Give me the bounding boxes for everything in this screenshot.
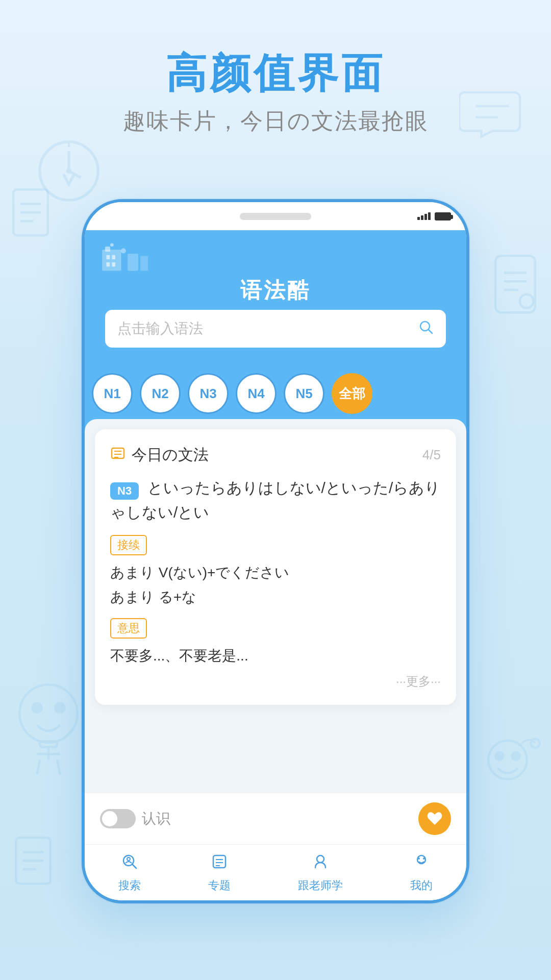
app-screen: 语法酷 点击输入语法 N1 N2 N3 N4 N5 全部: [85, 230, 466, 900]
card-icon: [110, 446, 126, 464]
level-tab-all[interactable]: 全部: [332, 373, 372, 414]
grammar-level-tag: N3: [110, 482, 139, 500]
main-title: 高颜值界面: [0, 51, 551, 96]
svg-point-16: [19, 684, 77, 742]
yisi-label: 意思: [110, 618, 147, 639]
search-nav-icon: [120, 852, 139, 875]
card-header: 今日の文法 4/5: [110, 445, 441, 465]
svg-point-57: [418, 857, 420, 860]
content-area: 今日の文法 4/5 N3 といったらありはしない/といった/らありゃしない/とい…: [85, 419, 466, 900]
header-illustration: [100, 240, 451, 271]
search-icon: [418, 320, 434, 338]
svg-line-43: [429, 330, 432, 333]
svg-point-24: [488, 741, 527, 779]
svg-point-18: [56, 703, 65, 713]
svg-line-49: [132, 864, 136, 868]
svg-point-58: [423, 857, 425, 860]
svg-rect-5: [13, 189, 48, 235]
yisi-content: 不要多...、不要老是...: [110, 644, 441, 668]
svg-rect-19: [40, 741, 57, 747]
battery-icon: [435, 212, 451, 220]
mine-nav-icon: [412, 852, 431, 875]
phone-mockup: 语法酷 点击输入语法 N1 N2 N3 N4 N5 全部: [82, 199, 469, 903]
recognize-button[interactable]: 认识: [100, 809, 170, 828]
svg-rect-32: [102, 250, 121, 271]
nav-label-search: 搜索: [118, 878, 141, 893]
svg-rect-33: [105, 247, 110, 252]
svg-rect-40: [140, 256, 148, 271]
like-button[interactable]: [418, 802, 451, 835]
level-tab-n1[interactable]: N1: [92, 373, 133, 414]
more-link[interactable]: ···更多···: [110, 673, 441, 690]
grammar-title: といったらありはしない/といった/らありゃしない/とい: [110, 479, 440, 521]
card-title-wrap: 今日の文法: [110, 445, 209, 465]
svg-point-17: [32, 703, 41, 713]
svg-rect-28: [16, 838, 51, 884]
jixu-label: 接续: [110, 535, 147, 555]
svg-point-38: [121, 248, 126, 253]
level-tab-n2[interactable]: N2: [140, 373, 181, 414]
svg-point-50: [127, 857, 130, 861]
svg-point-41: [110, 243, 114, 247]
svg-rect-39: [128, 254, 138, 271]
level-tab-n3[interactable]: N3: [188, 373, 229, 414]
teacher-nav-icon: [311, 852, 330, 875]
jixu-section: 接续 あまり V(ない)+でくださいあまり る+な: [110, 535, 441, 609]
sub-title: 趣味卡片，今日の文法最抢眼: [0, 106, 551, 136]
toggle-switch[interactable]: [100, 809, 136, 828]
svg-line-22: [37, 760, 40, 774]
svg-rect-36: [107, 262, 110, 266]
yisi-section: 意思 不要多...、不要老是...: [110, 618, 441, 668]
phone-top-bar: [85, 202, 466, 230]
svg-rect-34: [107, 255, 110, 259]
jixu-content: あまり V(ない)+でくださいあまり る+な: [110, 560, 441, 609]
signal-icon: [417, 212, 431, 220]
nav-label-mine: 我的: [410, 878, 433, 893]
recognize-text: 认识: [142, 809, 170, 828]
bottom-nav: 搜索 专题: [85, 844, 466, 900]
nav-label-topic: 专题: [208, 878, 231, 893]
nav-item-mine[interactable]: 我的: [410, 852, 433, 893]
search-bar[interactable]: 点击输入语法: [105, 310, 446, 348]
app-title: 语法酷: [100, 276, 451, 305]
level-tabs: N1 N2 N3 N4 N5 全部: [85, 363, 466, 419]
svg-line-3: [69, 171, 81, 178]
svg-rect-11: [495, 256, 535, 312]
grammar-item: N3 といったらありはしない/といった/らありゃしない/とい: [110, 476, 441, 525]
bottom-action: 认识: [85, 793, 466, 844]
svg-point-55: [317, 855, 324, 863]
header-area: 高颜值界面 趣味卡片，今日の文法最抢眼: [0, 51, 551, 136]
grammar-card: 今日の文法 4/5 N3 といったらありはしない/といった/らありゃしない/とい…: [95, 429, 456, 705]
phone-speaker: [240, 213, 311, 220]
topic-nav-icon: [210, 852, 229, 875]
card-title: 今日の文法: [132, 445, 209, 465]
search-placeholder: 点击输入语法: [117, 319, 203, 338]
nav-item-teacher[interactable]: 跟老师学: [298, 852, 343, 893]
svg-point-27: [531, 739, 539, 748]
svg-line-23: [57, 760, 60, 774]
svg-point-1: [67, 169, 70, 172]
svg-point-25: [495, 752, 503, 760]
svg-rect-37: [112, 262, 115, 266]
status-bar: [417, 212, 451, 220]
svg-point-0: [40, 142, 98, 200]
level-tab-n5[interactable]: N5: [284, 373, 324, 414]
card-scroll: 今日の文法 4/5 N3 といったらありはしない/といった/らありゃしない/とい…: [85, 419, 466, 793]
toggle-knob: [102, 811, 117, 826]
nav-item-search[interactable]: 搜索: [118, 852, 141, 893]
svg-point-26: [512, 752, 520, 760]
svg-point-15: [520, 295, 534, 308]
level-tab-n4[interactable]: N4: [236, 373, 277, 414]
card-progress: 4/5: [422, 447, 441, 463]
app-header: 语法酷 点击输入语法: [85, 230, 466, 363]
nav-label-teacher: 跟老师学: [298, 878, 343, 893]
svg-rect-35: [112, 255, 115, 259]
nav-item-topic[interactable]: 专题: [208, 852, 231, 893]
